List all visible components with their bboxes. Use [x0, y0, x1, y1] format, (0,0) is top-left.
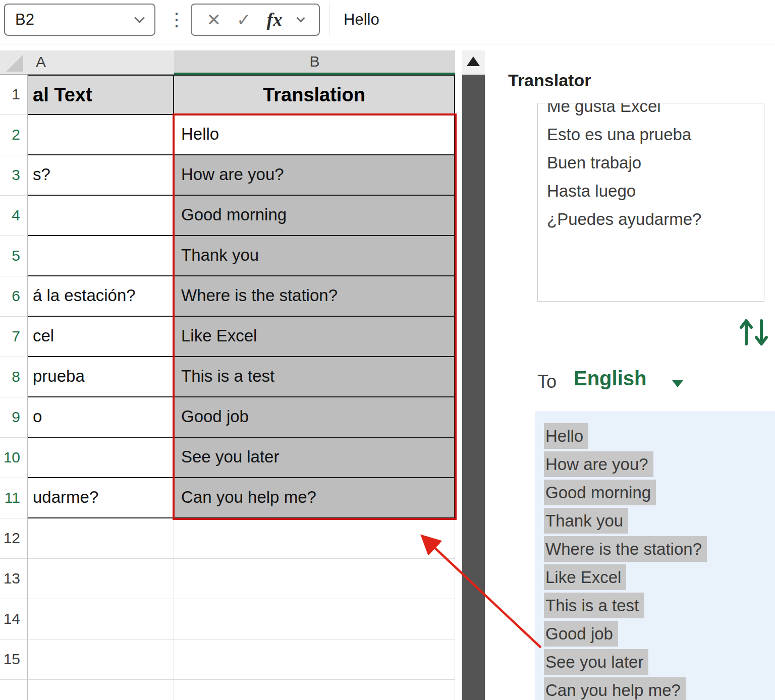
table-row: 6 á la estación? Where is the station? [0, 276, 455, 317]
cell-B16[interactable] [174, 680, 455, 700]
column-header-B[interactable]: B [174, 50, 455, 75]
row-header-16[interactable] [0, 680, 28, 700]
cell-B13[interactable] [174, 559, 455, 599]
cell-B8[interactable]: This is a test [174, 357, 455, 397]
source-line: Esto es una prueba [547, 121, 764, 149]
to-label: To [537, 371, 557, 392]
cell-A1[interactable]: al Text [28, 75, 174, 115]
row-header-10[interactable]: 10 [0, 438, 28, 478]
result-line: Where is the station? [544, 536, 707, 562]
result-line: Good morning [544, 480, 656, 505]
cell-A4[interactable] [28, 196, 174, 236]
cell-A6[interactable]: á la estación? [28, 276, 174, 317]
cell-B11[interactable]: Can you help me? [174, 478, 455, 518]
row-header-7[interactable]: 7 [0, 317, 28, 357]
row-header-2[interactable]: 2 [0, 115, 28, 155]
translator-pane: Translator Me gusta Excel Esto es una pr… [497, 44, 775, 700]
table-row: 8 prueba This is a test [0, 357, 455, 397]
table-row: 7 cel Like Excel [0, 317, 455, 357]
select-all-icon [6, 54, 23, 72]
cell-B14[interactable] [174, 599, 455, 639]
cell-B5[interactable]: Thank you [174, 236, 455, 276]
row-header-5[interactable]: 5 [0, 236, 28, 276]
cell-A3[interactable]: s? [28, 155, 174, 196]
vertical-scrollbar[interactable] [462, 50, 485, 700]
formula-bar: B2 ⋮ ✕ ✓ fx Hello [0, 0, 775, 44]
swap-languages-icon[interactable] [738, 317, 770, 348]
cell-B2[interactable]: Hello [174, 115, 455, 155]
cell-B7[interactable]: Like Excel [174, 317, 455, 357]
cancel-icon[interactable]: ✕ [207, 10, 222, 30]
formula-input[interactable]: Hello [329, 4, 775, 36]
name-box[interactable]: B2 [4, 4, 155, 36]
row-header-1[interactable]: 1 [0, 75, 28, 115]
scrollbar-thumb[interactable] [462, 75, 485, 700]
row-header-15[interactable]: 15 [0, 639, 28, 680]
formula-actions: ✕ ✓ fx [191, 4, 320, 36]
table-row: 2 Hello [0, 115, 455, 155]
row-header-4[interactable]: 4 [0, 196, 28, 236]
cell-A12[interactable] [28, 518, 174, 559]
cell-B12[interactable] [174, 518, 455, 559]
result-line: How are you? [544, 451, 653, 477]
table-row: 12 [0, 518, 455, 559]
row-header-8[interactable]: 8 [0, 357, 28, 397]
cell-A10[interactable] [28, 438, 174, 478]
row-header-13[interactable]: 13 [0, 559, 28, 599]
chevron-down-icon[interactable] [297, 14, 305, 23]
cell-A13[interactable] [28, 559, 174, 599]
cell-A7[interactable]: cel [28, 317, 174, 357]
scroll-up-icon[interactable] [467, 56, 480, 66]
excel-window: B2 ⋮ ✕ ✓ fx Hello A B 1 al Text Translat… [0, 0, 775, 700]
source-text-area[interactable]: Me gusta Excel Esto es una prueba Buen t… [537, 103, 764, 302]
source-line: Hasta luego [547, 177, 764, 205]
row-header-12[interactable]: 12 [0, 518, 28, 559]
select-all-corner[interactable] [0, 50, 28, 75]
table-row: 5 Thank you [0, 236, 455, 276]
source-line: Me gusta Excel [547, 103, 764, 121]
cell-A8[interactable]: prueba [28, 357, 174, 397]
cell-A16[interactable] [28, 680, 174, 700]
more-options-icon[interactable]: ⋮ [168, 0, 186, 39]
pane-title: Translator [508, 71, 591, 90]
result-line: Hello [544, 423, 588, 449]
cell-A15[interactable] [28, 639, 174, 680]
table-row: 4 Good morning [0, 196, 455, 236]
row-header-14[interactable]: 14 [0, 599, 28, 639]
dropdown-arrow-icon[interactable] [672, 380, 683, 387]
insert-function-icon[interactable]: fx [267, 9, 283, 31]
cell-A9[interactable]: o [28, 397, 174, 438]
cell-A5[interactable] [28, 236, 174, 276]
target-language-dropdown[interactable]: English [574, 367, 646, 390]
cell-B9[interactable]: Good job [174, 397, 455, 438]
result-line: Thank you [544, 508, 628, 534]
column-header-A[interactable]: A [28, 50, 174, 75]
table-row: 3 s? How are you? [0, 155, 455, 196]
cell-B4[interactable]: Good morning [174, 196, 455, 236]
confirm-icon[interactable]: ✓ [237, 10, 251, 30]
table-row: 11 udarme? Can you help me? [0, 478, 455, 518]
result-line: See you later [544, 649, 648, 675]
row-header-3[interactable]: 3 [0, 155, 28, 196]
result-line: Like Excel [544, 564, 626, 590]
table-row [0, 680, 455, 700]
table-row: 10 See you later [0, 438, 455, 478]
cell-B6[interactable]: Where is the station? [174, 276, 455, 317]
cell-B3[interactable]: How are you? [174, 155, 455, 196]
chevron-down-icon[interactable] [134, 13, 145, 23]
translation-result-area[interactable]: Hello How are you? Good morning Thank yo… [535, 411, 775, 700]
cell-A2[interactable] [28, 115, 174, 155]
cell-B1[interactable]: Translation [174, 75, 455, 115]
cell-B15[interactable] [174, 639, 455, 680]
row-header-9[interactable]: 9 [0, 397, 28, 438]
result-line: This is a test [544, 593, 644, 618]
cell-A11[interactable]: udarme? [28, 478, 174, 518]
cell-B10[interactable]: See you later [174, 438, 455, 478]
result-line: Can you help me? [544, 677, 686, 700]
source-line: ¿Puedes ayudarme? [547, 205, 764, 234]
table-row: 15 [0, 639, 455, 680]
cell-A14[interactable] [28, 599, 174, 639]
column-header-strip: A B [0, 50, 455, 75]
row-header-11[interactable]: 11 [0, 478, 28, 518]
row-header-6[interactable]: 6 [0, 276, 28, 317]
